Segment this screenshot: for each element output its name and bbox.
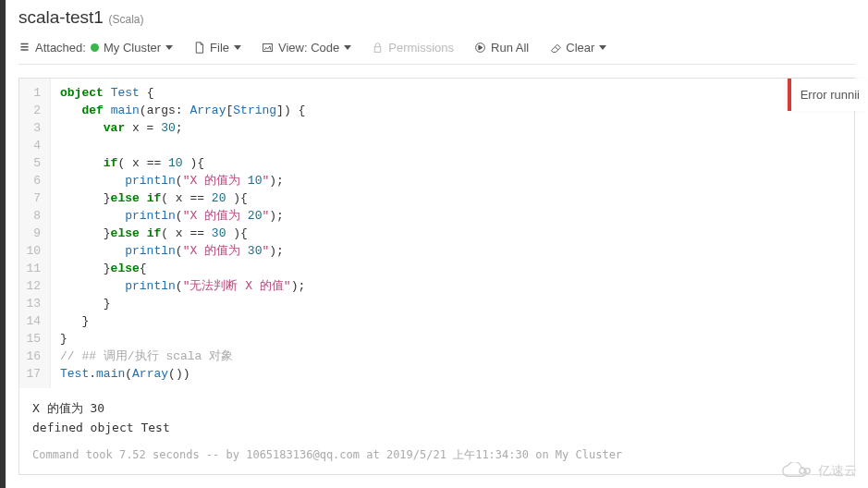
command-meta: Command took 7.52 seconds -- by 10651831… xyxy=(19,442,854,474)
cluster-name: My Cluster xyxy=(104,41,161,55)
notebook-title: scala-test1 xyxy=(18,7,104,27)
lock-icon xyxy=(372,42,384,54)
permissions-label: Permissions xyxy=(388,41,454,55)
output-line: defined object Test xyxy=(32,419,841,438)
caret-down-icon xyxy=(599,45,606,50)
svg-point-3 xyxy=(800,469,805,474)
caret-down-icon xyxy=(165,45,173,50)
file-icon xyxy=(193,42,205,54)
status-dot-icon xyxy=(91,43,99,52)
play-icon xyxy=(474,42,486,54)
cloud-icon xyxy=(779,462,814,481)
clear-menu[interactable]: Clear xyxy=(549,41,606,55)
attached-menu[interactable]: Attached: My Cluster xyxy=(18,41,173,55)
file-menu[interactable]: File xyxy=(193,41,241,55)
output-line: X 的值为 30 xyxy=(32,399,841,419)
code-cell[interactable]: Error runnii 1234567891011121314151617 o… xyxy=(18,78,855,475)
code-editor[interactable]: 1234567891011121314151617 object Test { … xyxy=(19,79,854,388)
error-text: Error runnii xyxy=(801,88,860,102)
error-banner[interactable]: Error runnii xyxy=(788,79,867,111)
eraser-icon xyxy=(549,42,561,54)
svg-rect-1 xyxy=(375,47,382,53)
permissions-button: Permissions xyxy=(372,41,454,55)
cell-output: X 的值为 30 defined object Test xyxy=(19,388,854,442)
file-label: File xyxy=(210,41,229,55)
toolbar: Attached: My Cluster File View: Code Per… xyxy=(18,33,855,65)
attached-label: Attached: xyxy=(35,41,86,55)
run-all-button[interactable]: Run All xyxy=(474,41,529,55)
title-row: scala-test1 (Scala) xyxy=(18,0,855,33)
notebook-language: (Scala) xyxy=(109,13,144,26)
view-icon xyxy=(262,42,274,54)
caret-down-icon xyxy=(234,45,241,50)
watermark: 亿速云 xyxy=(779,462,857,481)
svg-rect-0 xyxy=(263,43,273,51)
code-body[interactable]: object Test { def main(args: Array[Strin… xyxy=(51,79,314,388)
notebook-content: scala-test1 (Scala) Attached: My Cluster… xyxy=(6,0,868,488)
view-label: View: Code xyxy=(278,41,339,55)
clear-label: Clear xyxy=(566,41,594,55)
run-all-label: Run All xyxy=(491,41,529,55)
line-gutter: 1234567891011121314151617 xyxy=(19,79,51,388)
watermark-text: 亿速云 xyxy=(818,463,857,480)
caret-down-icon xyxy=(344,45,351,50)
cluster-icon xyxy=(18,42,31,54)
view-menu[interactable]: View: Code xyxy=(262,41,351,55)
